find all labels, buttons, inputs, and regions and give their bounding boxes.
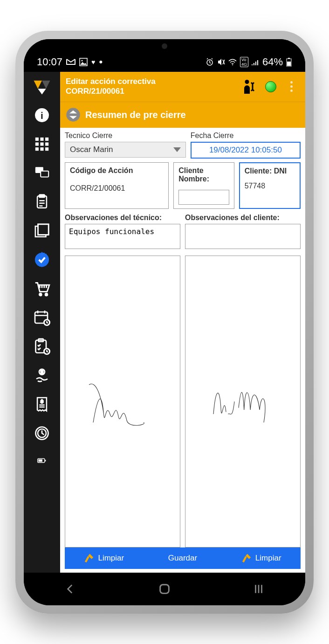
sidebar-item-clock[interactable] bbox=[32, 423, 52, 443]
sidebar-item-battery[interactable] bbox=[32, 452, 52, 472]
sidebar: i bbox=[24, 72, 60, 573]
battery-text: 64% bbox=[262, 56, 283, 68]
svg-text:i: i bbox=[41, 110, 43, 120]
guardar-label: Guardar bbox=[168, 554, 197, 563]
sidebar-item-chat[interactable] bbox=[32, 163, 52, 183]
svg-point-1 bbox=[82, 60, 83, 61]
svg-rect-21 bbox=[39, 194, 44, 197]
svg-rect-9 bbox=[35, 137, 39, 140]
svg-rect-13 bbox=[40, 142, 43, 145]
worker-icon bbox=[241, 78, 259, 96]
svg-rect-45 bbox=[160, 584, 169, 593]
tecnico-value: Oscar Marin bbox=[70, 145, 113, 154]
codigo-box: Código de Acción CORR/21/00061 bbox=[65, 162, 169, 209]
limpiar-right-label: Limpiar bbox=[255, 554, 281, 563]
signal-icon bbox=[251, 59, 260, 65]
svg-point-43 bbox=[245, 80, 249, 84]
sidebar-item-gallery[interactable] bbox=[32, 221, 52, 241]
header-title-line1: Editar acción correctiva bbox=[66, 77, 234, 86]
obs-tecnico-label: Observaciones del técnico: bbox=[65, 214, 180, 222]
sidebar-item-cart[interactable] bbox=[32, 279, 52, 298]
gmail-icon bbox=[66, 58, 75, 65]
alarm-icon bbox=[206, 58, 214, 66]
broom-icon bbox=[84, 553, 94, 563]
svg-text:$: $ bbox=[41, 399, 43, 404]
header-title: Editar acción correctiva CORR/21/00061 bbox=[66, 77, 234, 96]
limpiar-left-button[interactable]: Limpiar bbox=[65, 547, 144, 569]
svg-text:$: $ bbox=[41, 369, 43, 375]
codigo-label: Código de Acción bbox=[70, 166, 164, 175]
chevron-down-icon bbox=[173, 147, 181, 152]
svg-rect-23 bbox=[38, 224, 49, 235]
svg-point-26 bbox=[39, 293, 41, 296]
obs-cliente-label: Observaciones del cliente: bbox=[185, 214, 301, 222]
phone-inner: 10:07 ♥ • Vo4G bbox=[24, 39, 305, 605]
svg-rect-11 bbox=[45, 137, 48, 140]
mute-icon bbox=[217, 58, 225, 66]
status-left: 10:07 ♥ • bbox=[37, 56, 103, 68]
bullet-icon: ♥ bbox=[91, 58, 95, 66]
wifi-icon bbox=[228, 58, 237, 66]
svg-rect-41 bbox=[45, 460, 46, 461]
sidebar-item-info[interactable]: i bbox=[32, 105, 52, 125]
svg-rect-5 bbox=[288, 58, 290, 59]
sidebar-item-payment[interactable]: $ bbox=[32, 366, 52, 385]
section-title: Resumen de pre cierre bbox=[85, 110, 186, 120]
codigo-value: CORR/21/00061 bbox=[70, 184, 125, 192]
android-nav-bar bbox=[24, 573, 305, 605]
status-indicator-green bbox=[265, 81, 276, 92]
collapse-icon bbox=[66, 107, 81, 122]
nav-back-button[interactable] bbox=[64, 583, 76, 595]
guardar-button[interactable]: Guardar bbox=[144, 547, 222, 569]
limpiar-right-button[interactable]: Limpiar bbox=[222, 547, 301, 569]
svg-point-3 bbox=[232, 64, 233, 65]
phone-frame: 10:07 ♥ • Vo4G bbox=[15, 31, 314, 614]
sidebar-item-grid[interactable] bbox=[32, 134, 52, 154]
nav-home-button[interactable] bbox=[158, 582, 171, 596]
obs-tecnico-input[interactable] bbox=[65, 224, 180, 249]
fecha-label: Fecha Cierre bbox=[191, 132, 301, 140]
sidebar-item-calendar[interactable] bbox=[32, 308, 52, 327]
section-header[interactable]: Resumen de pre cierre bbox=[60, 102, 305, 128]
signature-cliente[interactable] bbox=[185, 256, 301, 547]
svg-rect-12 bbox=[35, 142, 39, 145]
app-header: Editar acción correctiva CORR/21/00061 bbox=[60, 72, 305, 102]
svg-point-44 bbox=[66, 108, 80, 121]
image-icon bbox=[79, 58, 88, 66]
svg-rect-15 bbox=[35, 147, 39, 151]
sidebar-item-badge[interactable] bbox=[32, 250, 52, 270]
cliente-nombre-box: Cliente Nombre: bbox=[173, 162, 234, 209]
cliente-nombre-label: Cliente Nombre: bbox=[178, 166, 229, 183]
phone-notch bbox=[109, 39, 220, 53]
cliente-dni-box: Cliente: DNI 57748 bbox=[239, 162, 301, 209]
sidebar-item-clipboard[interactable] bbox=[32, 192, 52, 212]
signature-tecnico[interactable] bbox=[65, 256, 180, 547]
app-logo[interactable] bbox=[32, 76, 52, 96]
sidebar-item-checklist-time[interactable] bbox=[32, 337, 52, 356]
svg-rect-19 bbox=[41, 171, 48, 177]
obs-cliente-input[interactable] bbox=[185, 224, 301, 249]
tecnico-label: Tecnico Cierre bbox=[65, 132, 186, 140]
battery-icon bbox=[286, 57, 292, 67]
nav-recents-button[interactable] bbox=[253, 583, 265, 595]
tecnico-dropdown[interactable]: Oscar Marin bbox=[65, 142, 186, 158]
cliente-nombre-input[interactable] bbox=[178, 190, 229, 205]
svg-rect-6 bbox=[287, 62, 291, 66]
status-time: 10:07 bbox=[37, 56, 62, 68]
svg-rect-10 bbox=[40, 137, 43, 140]
status-right: Vo4G 64% bbox=[206, 56, 292, 68]
app-container: i bbox=[24, 72, 305, 573]
broom-icon bbox=[241, 553, 252, 563]
action-bar: Limpiar Guardar Limpiar bbox=[65, 547, 301, 569]
main-panel: Editar acción correctiva CORR/21/00061 R… bbox=[60, 72, 305, 573]
svg-point-27 bbox=[45, 293, 48, 296]
content-area: Tecnico Cierre Oscar Marin Fecha Cierre … bbox=[60, 128, 305, 573]
svg-rect-14 bbox=[45, 142, 48, 145]
limpiar-left-label: Limpiar bbox=[98, 554, 124, 563]
sidebar-item-invoice[interactable]: $ bbox=[32, 395, 52, 414]
fecha-field[interactable]: 19/08/2022 10:05:50 bbox=[191, 142, 301, 159]
more-dot-icon: • bbox=[99, 56, 103, 68]
svg-rect-42 bbox=[39, 459, 42, 462]
camera-dot bbox=[162, 43, 167, 49]
menu-dots-icon[interactable] bbox=[283, 78, 300, 95]
